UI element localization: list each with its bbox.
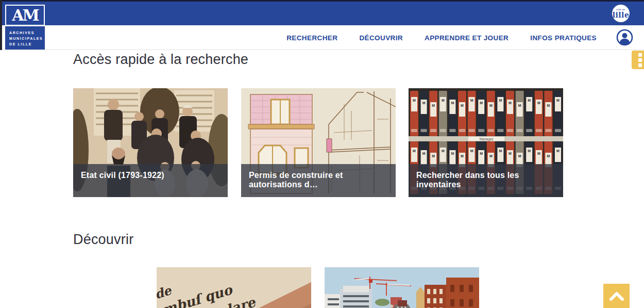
svg-text:M: M	[470, 149, 473, 153]
user-account-button[interactable]	[616, 29, 633, 46]
header-blue-bar	[0, 2, 644, 25]
nav-rechercher[interactable]: RECHERCHER	[286, 34, 337, 42]
main-menu: RECHERCHER DÉCOUVRIR APPRENDRE ET JOUER …	[278, 25, 597, 50]
grid-handle-icon	[638, 53, 642, 57]
svg-text:M: M	[442, 99, 445, 102]
svg-text:M: M	[518, 154, 521, 158]
card-label: Etat civil (1793-1922)	[73, 164, 228, 197]
am-monogram: AM	[12, 6, 38, 24]
card-inventaires[interactable]: MMMMMMMMMMMMMMMM Mariages MMMMMMMMMMMMMM…	[409, 88, 563, 197]
discover-card-manuscript[interactable]: de pſembuſ quo ſcrant ut alare omet ppxi…	[157, 267, 311, 308]
svg-text:M: M	[547, 104, 550, 107]
nav-decouvrir[interactable]: DÉCOUVRIR	[359, 34, 403, 42]
svg-text:M: M	[413, 99, 416, 102]
lille-badge-name: lille	[613, 11, 630, 19]
svg-text:M: M	[451, 152, 454, 155]
metro-cityscape-image	[325, 267, 479, 308]
logo-line-3: DE LILLE	[9, 41, 45, 47]
side-panel-tab[interactable]	[632, 51, 644, 69]
svg-text:M: M	[509, 101, 512, 105]
svg-text:M: M	[451, 101, 454, 105]
archives-logo-text: ARCHIVES MUNICIPALES DE LILLE	[5, 26, 45, 50]
quick-access-title: Accès rapide à la recherche	[73, 52, 248, 68]
svg-text:M: M	[432, 154, 435, 158]
svg-text:M: M	[413, 149, 416, 153]
svg-text:M: M	[461, 104, 464, 107]
nav-infos-pratiques[interactable]: INFOS PRATIQUES	[530, 34, 597, 42]
svg-text:M: M	[509, 152, 512, 155]
archives-lille-homepage: AM ARCHIVES MUNICIPALES DE LILLE ville d…	[0, 0, 644, 308]
svg-text:M: M	[461, 154, 464, 158]
card-label: Rechercher dans tous les inventaires	[409, 164, 563, 197]
am-logo[interactable]: AM	[5, 5, 45, 26]
svg-text:M: M	[556, 99, 560, 102]
card-etat-civil[interactable]: Etat civil (1793-1922)	[73, 88, 228, 197]
svg-text:M: M	[499, 149, 502, 153]
svg-text:M: M	[547, 154, 550, 158]
grid-handle-icon	[638, 63, 642, 67]
nav-apprendre-et-jouer[interactable]: APPRENDRE ET JOUER	[425, 34, 509, 42]
svg-text:M: M	[442, 149, 445, 153]
user-icon	[616, 29, 633, 46]
svg-text:M: M	[432, 104, 435, 107]
svg-text:M: M	[480, 101, 483, 105]
card-label: Permis de construire et autorisations d…	[241, 164, 396, 197]
svg-text:M: M	[518, 104, 521, 107]
shelf-label: Mariages	[480, 137, 494, 141]
svg-text:M: M	[489, 154, 493, 158]
discover-card-cityscape[interactable]	[325, 267, 479, 308]
svg-text:M: M	[556, 149, 560, 153]
discover-title: Découvrir	[73, 232, 133, 248]
window-left-edge	[0, 0, 2, 50]
svg-text:M: M	[422, 101, 426, 105]
svg-text:M: M	[470, 99, 473, 102]
svg-text:M: M	[489, 104, 493, 107]
svg-text:M: M	[528, 149, 531, 153]
medieval-manuscript-image: de pſembuſ quo ſcrant ut alare omet ppxi…	[157, 267, 311, 308]
logo-line-2: MUNICIPALES	[9, 36, 45, 41]
svg-text:M: M	[537, 152, 540, 155]
card-permis-de-construire[interactable]: Permis de construire et autorisations d…	[241, 88, 396, 197]
grid-handle-icon	[638, 58, 642, 62]
svg-text:M: M	[499, 99, 502, 102]
logo-line-1: ARCHIVES	[9, 30, 45, 36]
scroll-to-top-button[interactable]	[603, 284, 630, 308]
svg-text:M: M	[528, 99, 531, 102]
chevron-up-icon	[609, 291, 624, 301]
svg-text:M: M	[422, 152, 426, 155]
ville-de-lille-logo[interactable]: ville de lille	[612, 5, 630, 22]
svg-text:M: M	[480, 152, 483, 155]
svg-text:M: M	[537, 101, 540, 105]
